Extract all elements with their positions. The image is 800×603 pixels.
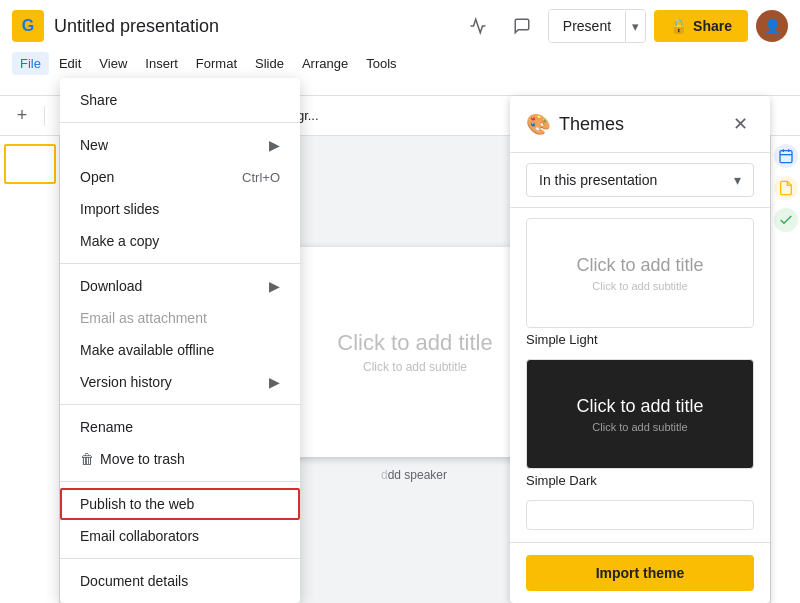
theme-light-name: Simple Light bbox=[526, 332, 754, 347]
presentation-title: Untitled presentation bbox=[54, 16, 219, 37]
sep-5 bbox=[60, 558, 300, 559]
theme-item-simple-light[interactable]: Click to add title Click to add subtitle… bbox=[526, 218, 754, 347]
menu-item-format[interactable]: Format bbox=[188, 52, 245, 75]
slide-subtitle-placeholder: Click to add subtitle bbox=[363, 360, 467, 374]
right-sidebar bbox=[770, 136, 800, 603]
slide-title-placeholder: Click to add title bbox=[337, 330, 492, 356]
trash-icon: 🗑 bbox=[80, 451, 94, 467]
speaker-notes-text: ddd speaker bbox=[381, 468, 447, 482]
file-menu-rename[interactable]: Rename bbox=[60, 411, 300, 443]
sep-3 bbox=[60, 404, 300, 405]
menu-item-tools[interactable]: Tools bbox=[358, 52, 404, 75]
file-menu-make-available[interactable]: Make available offline bbox=[60, 334, 300, 366]
themes-list: Click to add title Click to add subtitle… bbox=[510, 208, 770, 542]
google-logo: G bbox=[12, 10, 44, 42]
menu-item-edit[interactable]: Edit bbox=[51, 52, 89, 75]
comment-icon-btn[interactable] bbox=[504, 8, 540, 44]
share-lock-icon: 🔒 bbox=[670, 18, 687, 34]
theme-dark-subtitle: Click to add subtitle bbox=[592, 421, 687, 433]
theme-item-partial[interactable] bbox=[526, 500, 754, 530]
theme-dark-title: Click to add title bbox=[576, 396, 703, 417]
file-menu-move-trash[interactable]: 🗑Move to trash bbox=[60, 443, 300, 475]
version-arrow: ▶ bbox=[269, 374, 280, 390]
sep-2 bbox=[60, 263, 300, 264]
menu-item-file[interactable]: File bbox=[12, 52, 49, 75]
theme-dark-name: Simple Dark bbox=[526, 473, 754, 488]
themes-footer: Import theme bbox=[510, 542, 770, 603]
file-menu-make-copy[interactable]: Make a copy bbox=[60, 225, 300, 257]
file-menu-publish-web[interactable]: Publish to the web bbox=[60, 488, 300, 520]
file-menu-import-slides[interactable]: Import slides bbox=[60, 193, 300, 225]
present-button[interactable]: Present bbox=[549, 10, 625, 42]
slide-list bbox=[0, 136, 60, 603]
themes-dropdown-row: In this presentation ▾ bbox=[510, 153, 770, 208]
menu-item-insert[interactable]: Insert bbox=[137, 52, 186, 75]
sep-4 bbox=[60, 481, 300, 482]
theme-light-title: Click to add title bbox=[576, 255, 703, 276]
open-shortcut: Ctrl+O bbox=[242, 170, 280, 185]
menu-item-arrange[interactable]: Arrange bbox=[294, 52, 356, 75]
avatar[interactable]: 👤 bbox=[756, 10, 788, 42]
slide-thumbnail-1[interactable] bbox=[4, 144, 56, 184]
theme-preview-partial bbox=[526, 500, 754, 530]
sep-1 bbox=[60, 122, 300, 123]
note-icon-btn[interactable] bbox=[774, 176, 798, 200]
share-button[interactable]: 🔒 Share bbox=[654, 10, 748, 42]
svg-rect-4 bbox=[780, 151, 792, 163]
file-dropdown: Share New ▶ Open Ctrl+O Import slides Ma… bbox=[60, 78, 300, 603]
themes-dropdown[interactable]: In this presentation ▾ bbox=[526, 163, 754, 197]
new-arrow: ▶ bbox=[269, 137, 280, 153]
present-caret[interactable]: ▾ bbox=[625, 11, 645, 42]
check-icon-btn[interactable] bbox=[774, 208, 798, 232]
themes-header: 🎨 Themes ✕ bbox=[510, 96, 770, 153]
file-menu-email-collaborators[interactable]: Email collaborators bbox=[60, 520, 300, 552]
theme-preview-light: Click to add title Click to add subtitle bbox=[526, 218, 754, 328]
import-theme-button[interactable]: Import theme bbox=[526, 555, 754, 591]
present-btn-group: Present ▾ bbox=[548, 9, 646, 43]
theme-preview-dark: Click to add title Click to add subtitle bbox=[526, 359, 754, 469]
themes-icon: 🎨 bbox=[526, 112, 551, 136]
download-arrow: ▶ bbox=[269, 278, 280, 294]
file-menu-new[interactable]: New ▶ bbox=[60, 129, 300, 161]
theme-light-subtitle: Click to add subtitle bbox=[592, 280, 687, 292]
file-menu-version-history[interactable]: Version history ▶ bbox=[60, 366, 300, 398]
menu-item-slide[interactable]: Slide bbox=[247, 52, 292, 75]
file-menu-email-attachment: Email as attachment bbox=[60, 302, 300, 334]
themes-close-button[interactable]: ✕ bbox=[726, 110, 754, 138]
chart-icon[interactable] bbox=[460, 8, 496, 44]
menu-item-view[interactable]: View bbox=[91, 52, 135, 75]
add-btn[interactable]: + bbox=[8, 102, 36, 130]
file-menu-download[interactable]: Download ▶ bbox=[60, 270, 300, 302]
file-menu-share[interactable]: Share bbox=[60, 84, 300, 116]
themes-dropdown-text: In this presentation bbox=[539, 172, 657, 188]
theme-item-simple-dark[interactable]: Click to add title Click to add subtitle… bbox=[526, 359, 754, 488]
themes-panel: 🎨 Themes ✕ In this presentation ▾ Click … bbox=[510, 96, 770, 603]
toolbar-divider-1 bbox=[44, 106, 45, 126]
calendar-icon-btn[interactable] bbox=[774, 144, 798, 168]
file-menu-open[interactable]: Open Ctrl+O bbox=[60, 161, 300, 193]
themes-dropdown-arrow: ▾ bbox=[734, 172, 741, 188]
themes-title: Themes bbox=[559, 114, 718, 135]
file-menu-document-details[interactable]: Document details bbox=[60, 565, 300, 597]
